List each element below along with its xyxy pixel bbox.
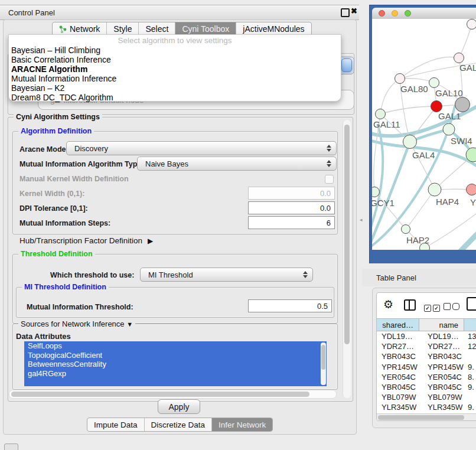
which-threshold-combo[interactable]: MI Threshold xyxy=(140,268,313,282)
bottom-tab-impute-data[interactable]: Impute Data xyxy=(87,418,144,431)
dropdown-item[interactable]: Mutual Information Inference xyxy=(9,74,341,83)
table-row[interactable]: YDR27…YDR27…12 xyxy=(377,341,476,351)
dropdown-item[interactable]: Dream8 DC_TDC Algorithm xyxy=(9,93,341,102)
network-node-gal4[interactable] xyxy=(403,135,417,149)
network-edge[interactable] xyxy=(436,231,476,250)
settings-vertical-scrollbar[interactable] xyxy=(343,120,351,398)
settings-vertical-scrollbar-thumb[interactable] xyxy=(344,125,350,344)
column-header-name[interactable]: name xyxy=(419,318,464,331)
table-icon[interactable] xyxy=(467,297,476,311)
mi-threshold-label: Mutual Information Threshold: xyxy=(27,303,133,311)
network-edge[interactable] xyxy=(380,106,436,114)
network-node-gcy1[interactable] xyxy=(372,187,380,197)
bottom-tab-discretize-data[interactable]: Discretize Data xyxy=(144,418,212,431)
unchecked-boxes-icon[interactable] xyxy=(444,302,461,312)
tab-style[interactable]: Style xyxy=(106,22,138,35)
apply-button[interactable]: Apply xyxy=(158,399,200,414)
network-node[interactable] xyxy=(467,19,476,30)
network-node-gal1[interactable] xyxy=(431,101,442,112)
sources-group-title[interactable]: Sources for Network Inference ▼ xyxy=(18,319,135,328)
network-edge[interactable] xyxy=(380,79,400,114)
gear-icon[interactable]: ⚙ xyxy=(383,298,393,311)
collapsed-panel-button[interactable] xyxy=(4,444,18,450)
dropdown-item[interactable]: ARACNE Algorithm xyxy=(9,64,341,74)
network-node-gal80[interactable] xyxy=(395,74,405,84)
table-row[interactable]: YLR345WYLR345W9. xyxy=(377,402,476,412)
table-cell: YLR345W xyxy=(419,403,464,412)
column-header-shared…[interactable]: shared… xyxy=(377,318,419,331)
mi-type-value: Naive Bayes xyxy=(145,159,188,168)
network-tab-icon xyxy=(59,25,67,33)
dropdown-item[interactable]: Bayesian – K2 xyxy=(9,83,341,93)
manual-kernel-checkbox[interactable] xyxy=(325,175,334,184)
algorithm-definition-title: Algorithm Definition xyxy=(18,127,94,135)
tab-select[interactable]: Select xyxy=(138,22,175,35)
network-node-gal10[interactable] xyxy=(429,78,439,88)
dpi-tolerance-label: DPI Tolerance [0,1]: xyxy=(19,204,88,213)
close-window-icon[interactable] xyxy=(379,10,385,17)
aracne-mode-combo[interactable]: Discovery xyxy=(66,141,337,155)
network-canvas[interactable]: GALGAL80GAL10GAL1GAL11SWI4GAL4GCY1HAP4YH… xyxy=(372,19,476,250)
attribute-item[interactable]: TopologicalCoefficient xyxy=(24,351,327,360)
network-node[interactable] xyxy=(455,97,470,112)
panel-divider-handle[interactable]: ◂ xyxy=(360,216,363,223)
table-horizontal-scrollbar-thumb[interactable] xyxy=(378,415,464,420)
attribute-item[interactable]: BetweennessCentrality xyxy=(24,360,327,369)
kernel-width-field[interactable]: 0.0 xyxy=(248,187,335,200)
data-attributes-list[interactable]: SelfLoopsTopologicalCoefficientBetweenne… xyxy=(24,341,327,386)
tab-jactivemnodules[interactable]: jActiveMNodules xyxy=(236,22,311,35)
settings-horizontal-scrollbar[interactable] xyxy=(9,390,337,399)
network-edge[interactable] xyxy=(459,24,472,58)
network-node-y[interactable] xyxy=(467,184,476,195)
dropdown-item[interactable]: Bayesian – Hill Climbing xyxy=(9,45,341,55)
hub-section-toggle[interactable]: Hub/Transcription Factor Definition ▶ xyxy=(19,236,153,245)
table-row[interactable]: YBR045CYBR045C9. xyxy=(377,382,476,392)
table-row[interactable]: YER054CYER054C8. xyxy=(377,372,476,382)
float-panel-icon[interactable] xyxy=(341,8,350,17)
network-node-gal[interactable] xyxy=(454,53,464,63)
table-cell: 9. xyxy=(464,403,476,412)
settings-horizontal-scrollbar-thumb[interactable] xyxy=(11,392,309,397)
attributes-list-scrollbar-thumb[interactable] xyxy=(321,345,325,370)
mi-steps-field[interactable]: 6 xyxy=(248,216,335,229)
cyni-bottom-tabbar: Impute DataDiscretize DataInfer Network xyxy=(87,418,273,432)
kernel-width-value: 0.0 xyxy=(320,189,331,198)
tab-cyni-toolbox[interactable]: Cyni Toolbox xyxy=(175,22,236,35)
table-horizontal-scrollbar[interactable] xyxy=(377,413,476,421)
maximize-window-icon[interactable] xyxy=(405,10,411,17)
network-node-label: Y xyxy=(470,197,476,207)
mi-type-combo[interactable]: Naive Bayes xyxy=(137,156,337,171)
network-edge[interactable] xyxy=(400,57,459,79)
network-edge[interactable] xyxy=(406,190,435,229)
mi-steps-value: 6 xyxy=(327,219,331,227)
close-panel-icon[interactable]: ✖ xyxy=(351,6,357,15)
network-node-hap2[interactable] xyxy=(402,225,410,234)
dpi-tolerance-field[interactable]: 0.0 xyxy=(248,201,335,214)
table-rows: YDL19…YDL19…13YDR27…YDR27…12YBR043CYBR04… xyxy=(377,331,476,414)
attribute-item[interactable]: SelfLoops xyxy=(24,341,327,351)
network-node-gal11[interactable] xyxy=(376,109,386,119)
column-header-partial[interactable] xyxy=(464,318,476,331)
network-edge[interactable] xyxy=(435,155,473,190)
table-row[interactable]: YBL079WYBL079W xyxy=(377,392,476,402)
aracne-mode-value: Discovery xyxy=(74,144,108,153)
network-node-swi4[interactable] xyxy=(443,123,455,135)
table-row[interactable]: YDL19…YDL19…13 xyxy=(377,331,476,341)
network-node-label: HAP2 xyxy=(406,235,429,245)
bottom-tab-infer-network[interactable]: Infer Network xyxy=(211,418,272,431)
split-columns-icon[interactable] xyxy=(404,299,416,311)
checked-boxes-icon[interactable]: ✓✓ xyxy=(424,302,442,312)
table-row[interactable]: YPR145WYPR145W9. xyxy=(377,362,476,372)
mi-threshold-field[interactable]: 0.5 xyxy=(248,299,332,312)
combo-stepper-focused[interactable] xyxy=(341,58,352,72)
attribute-item[interactable]: gal4RGexp xyxy=(24,369,327,379)
table-cell: YDR27… xyxy=(419,342,464,351)
attributes-list-scrollbar[interactable] xyxy=(321,343,326,385)
network-node-hap4[interactable] xyxy=(428,183,441,196)
table-row[interactable]: YBR043CYBR043C xyxy=(377,351,476,361)
tab-network[interactable]: Network xyxy=(53,22,106,35)
dropdown-item[interactable]: Basic Correlation Inference xyxy=(9,55,341,64)
mi-threshold-value: 0.5 xyxy=(317,302,328,311)
minimize-window-icon[interactable] xyxy=(392,10,398,17)
network-window-titlebar[interactable] xyxy=(372,8,476,19)
